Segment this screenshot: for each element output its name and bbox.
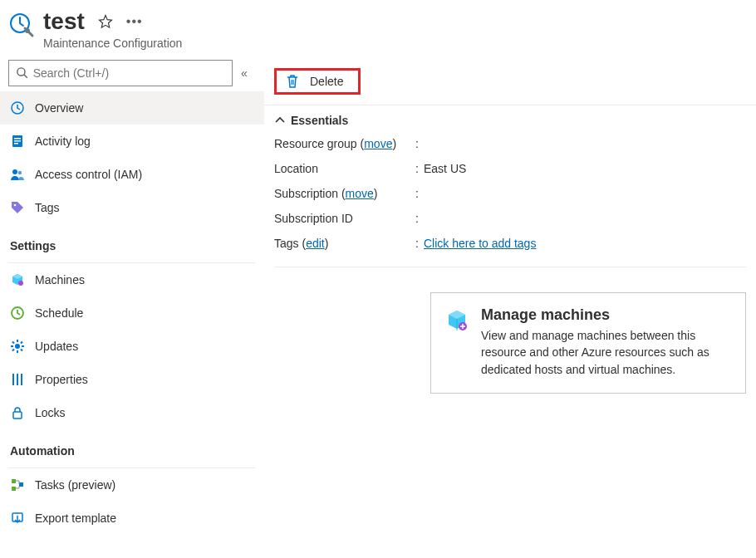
nav-machines[interactable]: Machines (0, 263, 264, 296)
ess-key-location: Location (274, 162, 415, 175)
add-tags-link[interactable]: Click here to add tags (424, 237, 536, 250)
svg-rect-25 (13, 412, 22, 418)
trash-icon (285, 74, 300, 89)
sidebar: « Overview Activity log Access control (… (0, 60, 264, 558)
svg-rect-15 (17, 350, 18, 353)
page-header: test ••• Maintenance Configuration (0, 0, 756, 60)
properties-icon (10, 372, 25, 387)
svg-rect-20 (20, 341, 23, 345)
essentials-header-label: Essentials (291, 114, 348, 127)
toolbar: Delete (264, 60, 756, 100)
subscription-move-link[interactable]: move (346, 187, 374, 200)
nav-label: Properties (35, 373, 88, 386)
svg-rect-19 (20, 349, 23, 352)
svg-rect-6 (14, 140, 21, 142)
nav-export-template[interactable]: Export template (0, 502, 264, 535)
clock-icon (10, 100, 25, 115)
card-title: Manage machines (481, 306, 730, 324)
tasks-icon (10, 477, 25, 492)
essentials-section: Essentials Resource group (move) : Locat… (264, 105, 756, 267)
nav-label: Tasks (preview) (35, 478, 115, 492)
essentials-toggle[interactable]: Essentials (274, 114, 746, 127)
log-icon (10, 134, 25, 149)
ess-key-subscription-id: Subscription ID (274, 212, 415, 225)
delete-label: Delete (310, 75, 343, 88)
svg-rect-22 (12, 374, 14, 385)
ess-key-resource-group: Resource group (move) (274, 137, 415, 150)
nav-label: Overview (35, 101, 83, 115)
svg-rect-18 (12, 341, 15, 345)
people-icon (10, 167, 25, 182)
ess-val-resource-group (424, 137, 746, 150)
tags-edit-link[interactable]: edit (306, 237, 325, 250)
ess-key-subscription: Subscription (move) (274, 187, 415, 200)
gear-icon (10, 339, 25, 354)
svg-point-1 (25, 28, 30, 33)
nav-locks[interactable]: Locks (0, 396, 264, 429)
svg-point-2 (17, 68, 25, 76)
svg-point-9 (18, 171, 22, 174)
svg-rect-27 (12, 487, 16, 491)
main-content: Delete Essentials Resource group (move) … (264, 60, 756, 558)
more-menu-icon[interactable]: ••• (126, 14, 143, 29)
chevron-up-icon (274, 115, 286, 126)
svg-point-8 (12, 169, 17, 174)
nav-tags[interactable]: Tags (0, 191, 264, 224)
svg-rect-24 (21, 374, 22, 385)
cube-icon (10, 272, 25, 287)
ess-val-location: East US (424, 162, 746, 175)
ess-val-subscription-id (424, 212, 746, 225)
nav-label: Access control (IAM) (35, 168, 142, 181)
manage-machines-card[interactable]: Manage machines View and manage machines… (430, 292, 746, 394)
nav-label: Activity log (35, 135, 91, 148)
favorite-star-icon[interactable] (98, 14, 113, 29)
export-icon (10, 511, 25, 526)
nav-access-control[interactable]: Access control (IAM) (0, 158, 264, 191)
nav-label: Updates (35, 340, 78, 353)
schedule-icon (10, 306, 25, 321)
svg-point-11 (18, 281, 23, 286)
nav-label: Export template (35, 512, 116, 525)
search-box[interactable] (8, 60, 233, 86)
svg-rect-28 (19, 482, 23, 487)
page-title: test (43, 8, 85, 35)
nav-tasks[interactable]: Tasks (preview) (0, 468, 264, 502)
tag-icon (10, 200, 25, 215)
svg-point-13 (15, 344, 20, 349)
svg-rect-26 (12, 479, 16, 483)
search-input[interactable] (33, 66, 225, 80)
cube-plus-icon (444, 308, 469, 333)
nav-label: Schedule (35, 306, 83, 320)
svg-rect-5 (14, 138, 21, 140)
lock-icon (10, 405, 25, 420)
nav-label: Tags (35, 201, 60, 214)
collapse-sidebar-icon[interactable]: « (233, 66, 256, 80)
nav-activity-log[interactable]: Activity log (0, 125, 264, 158)
svg-rect-21 (12, 349, 15, 352)
nav-label: Machines (35, 273, 85, 286)
nav-label: Locks (35, 406, 66, 419)
section-automation: Automation (0, 429, 264, 464)
delete-button[interactable]: Delete (274, 68, 361, 95)
page-subtitle: Maintenance Configuration (43, 37, 182, 50)
ess-val-subscription (424, 187, 746, 200)
svg-point-10 (14, 204, 17, 207)
nav-schedule[interactable]: Schedule (0, 296, 264, 330)
nav-updates[interactable]: Updates (0, 330, 264, 363)
svg-rect-7 (14, 143, 18, 144)
resource-group-move-link[interactable]: move (364, 137, 392, 150)
section-settings: Settings (0, 224, 264, 259)
svg-rect-23 (17, 374, 18, 385)
svg-rect-16 (11, 345, 13, 347)
ess-key-tags: Tags (edit) (274, 237, 415, 250)
svg-rect-17 (22, 345, 24, 347)
svg-rect-14 (17, 340, 18, 342)
clock-wrench-icon (8, 12, 35, 38)
nav-overview[interactable]: Overview (0, 91, 264, 125)
search-icon (16, 66, 28, 80)
nav-properties[interactable]: Properties (0, 363, 264, 396)
card-body: View and manage machines between this re… (481, 327, 730, 378)
